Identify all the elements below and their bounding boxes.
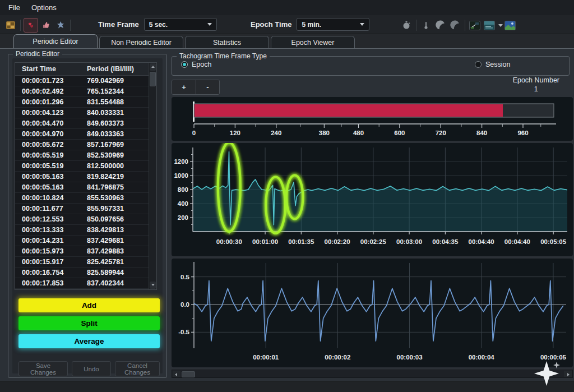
epoch-number-label: Epoch Number — [513, 76, 559, 85]
undo-button[interactable]: Undo — [72, 361, 111, 376]
toolbar: Time Frame 5 sec. Epoch Time 5 min. — [0, 15, 574, 34]
radio-epoch[interactable]: Epoch — [181, 61, 211, 68]
table-scrollbar[interactable] — [149, 63, 156, 289]
puzzle-icon[interactable] — [54, 19, 67, 32]
chart-thumbnail-icon[interactable] — [468, 19, 482, 32]
chevron-down-icon — [360, 23, 364, 26]
add-button[interactable]: Add — [18, 298, 160, 312]
table-row[interactable]: 00:00:14.231837.429681 — [15, 236, 149, 246]
epoch-number: Epoch Number 1 — [513, 76, 559, 94]
svg-text:1200: 1200 — [174, 158, 188, 165]
image-thumbnail-icon[interactable] — [503, 19, 517, 32]
svg-text:0.0: 0.0 — [180, 301, 189, 308]
svg-text:240: 240 — [271, 130, 281, 136]
table-row[interactable]: 00:00:04.123840.033331 — [15, 108, 149, 118]
toolbar-separator — [70, 20, 71, 31]
svg-text:00:04:40: 00:04:40 — [504, 238, 530, 245]
svg-text:0.5: 0.5 — [180, 274, 190, 280]
time-frame-value: 5 sec. — [149, 21, 168, 29]
table-row[interactable]: 00:00:05.519852.530969 — [15, 150, 149, 161]
epoch-decrement-button[interactable]: - — [196, 80, 219, 94]
svg-text:00:00:03: 00:00:03 — [397, 354, 423, 361]
table-row[interactable]: 00:00:01.723769.042969 — [15, 76, 149, 86]
panel-well: Start Time Period (IBI/IIII) 00:00:01.72… — [12, 58, 163, 373]
scroll-up-icon[interactable] — [150, 63, 156, 71]
scene-thumbnail-icon[interactable] — [483, 19, 496, 32]
table-row[interactable]: 00:00:05.163819.824219 — [15, 172, 149, 182]
table-row[interactable]: 00:00:16.754825.589944 — [15, 268, 149, 278]
panel-title: Periodic Editor — [13, 50, 62, 58]
tab-epoch-viewer[interactable]: Epoch Viewer — [271, 36, 355, 48]
table-row[interactable]: 00:00:18.421845.614844 — [15, 289, 149, 289]
scrollbar-thumb[interactable] — [182, 371, 195, 377]
tachogram-chart[interactable]: 2004008001000120000:00:3000:01:0000:01:3… — [172, 143, 573, 256]
thumb-icon[interactable] — [39, 19, 53, 32]
table-row[interactable]: 00:00:12.553850.097656 — [15, 214, 149, 225]
table-row[interactable]: 00:00:10.824855.530963 — [15, 193, 149, 204]
table-row[interactable]: 00:00:17.853837.402344 — [15, 278, 149, 289]
table-row[interactable]: 00:00:01.296831.554488 — [15, 97, 149, 108]
menu-file[interactable]: File — [7, 1, 26, 14]
periodic-editor-panel: Periodic Editor Start Time Period (IBI/I… — [8, 54, 167, 378]
tab-non-periodic-editor[interactable]: Non Periodic Editor — [99, 36, 183, 48]
average-button[interactable]: Average — [18, 334, 160, 348]
svg-text:480: 480 — [353, 130, 364, 136]
svg-text:00:04:40: 00:04:40 — [469, 238, 494, 245]
chevron-down-icon[interactable] — [498, 24, 503, 27]
svg-text:00:00:02: 00:00:02 — [325, 354, 350, 361]
scrollbar-thumb[interactable] — [150, 72, 156, 86]
epoch-time-select[interactable]: 5 min. — [297, 18, 369, 31]
tab-statistics[interactable]: Statistics — [185, 36, 269, 48]
tab-periodic-editor[interactable]: Periodic Editor — [13, 34, 98, 48]
scroll-right-icon[interactable] — [564, 371, 572, 377]
radio-circle-icon — [475, 61, 482, 68]
table-row[interactable]: 00:00:15.973837.429883 — [15, 246, 149, 257]
epoch-progress-svg: 0120240380480600720840960 — [172, 97, 573, 141]
table-row[interactable]: 00:00:05.672857.167969 — [15, 140, 149, 150]
table-body: 00:00:01.723769.04296900:00:02.492765.15… — [15, 76, 149, 289]
svg-text:00:01:00: 00:01:00 — [252, 238, 278, 245]
epoch-progress-chart[interactable]: 0120240380480600720840960 — [172, 97, 573, 141]
stopwatch-icon[interactable] — [400, 19, 413, 32]
menubar: File Options — [0, 0, 574, 15]
save-changes-button[interactable]: Save Changes — [18, 361, 68, 376]
table-row[interactable]: 00:00:13.333838.429813 — [15, 225, 149, 236]
svg-text:00:04:35: 00:04:35 — [432, 238, 459, 245]
frame-type-options: EpochSession — [172, 57, 569, 75]
table-row[interactable]: 00:00:04.970849.033363 — [15, 129, 149, 140]
table-row[interactable]: 00:00:11.677855.957331 — [15, 204, 149, 214]
thermometer-icon[interactable] — [419, 19, 433, 32]
table-row[interactable]: 00:00:05.519812.500000 — [15, 161, 149, 172]
table-row[interactable]: 00:00:04.470849.603373 — [15, 118, 149, 129]
svg-text:00:00:05: 00:00:05 — [540, 354, 567, 361]
table-row[interactable]: 00:00:05.163841.796875 — [15, 182, 149, 193]
app-cube-icon[interactable] — [4, 19, 17, 32]
table-row[interactable]: 00:00:15.917825.425781 — [15, 257, 149, 268]
heart-records-icon[interactable] — [24, 18, 38, 33]
cancel-changes-button[interactable]: Cancel Changes — [115, 361, 160, 376]
moon-icon[interactable] — [434, 19, 447, 32]
svg-text:-0.5: -0.5 — [178, 329, 189, 335]
scroll-left-icon[interactable] — [173, 371, 180, 377]
radio-circle-icon — [181, 61, 188, 68]
epoch-time-group: Epoch Time 5 min. — [251, 18, 369, 31]
svg-text:720: 720 — [436, 130, 446, 136]
time-frame-select[interactable]: 5 sec. — [144, 18, 217, 31]
menu-options[interactable]: Options — [26, 1, 63, 14]
epoch-increment-button[interactable]: + — [172, 80, 196, 94]
tab-bar: Periodic EditorNon Periodic EditorStatis… — [0, 34, 574, 49]
bottom-strip — [0, 381, 574, 392]
toolbar-separator — [416, 20, 416, 31]
scroll-down-icon[interactable] — [150, 282, 156, 289]
svg-text:840: 840 — [476, 130, 487, 136]
split-button[interactable]: Split — [18, 316, 160, 330]
moon-dim-icon[interactable] — [448, 19, 462, 32]
toolbar-right-icons — [399, 19, 517, 32]
time-frame-label: Time Frame — [98, 20, 139, 29]
radio-session[interactable]: Session — [475, 61, 510, 68]
time-frame-group: Time Frame 5 sec. — [98, 18, 217, 31]
table-row[interactable]: 00:00:02.492765.152344 — [15, 86, 149, 97]
ecg-chart[interactable]: 0.50.0-0.500:00:0100:00:0200:00:0300:00:… — [172, 259, 573, 367]
svg-text:00:02:20: 00:02:20 — [325, 238, 350, 245]
horizontal-scrollbar[interactable] — [172, 370, 573, 378]
